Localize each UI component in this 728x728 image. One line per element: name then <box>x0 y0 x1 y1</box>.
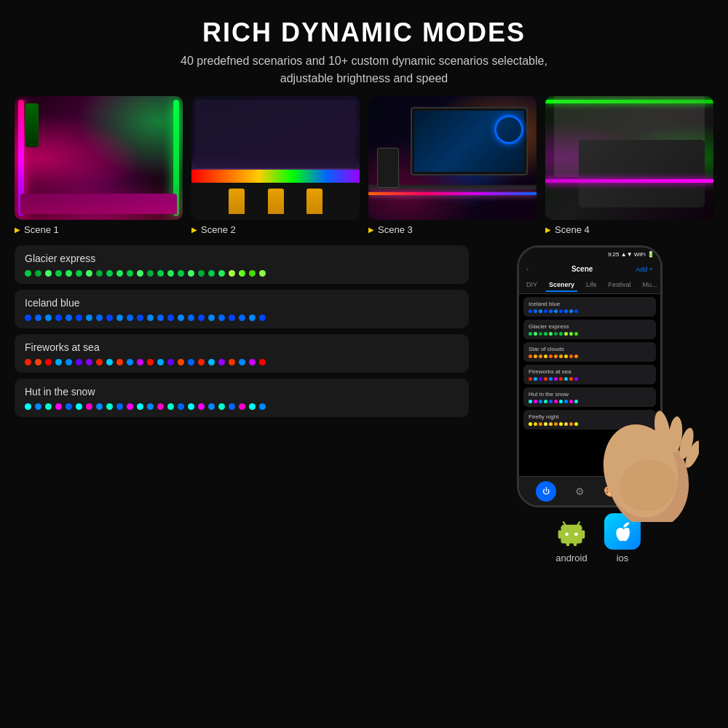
dot-2-20 <box>229 359 235 365</box>
dot-3-7 <box>96 403 103 410</box>
phone-dot-3-6 <box>559 377 563 381</box>
mode-card-1: Iceland blue <box>15 290 469 328</box>
phone-dot-1-6 <box>559 332 563 336</box>
scene-item-2: ▶ Scene 2 <box>191 96 360 235</box>
phone-tab-diy[interactable]: DIY <box>523 279 540 292</box>
phone-dot-5-3 <box>544 422 547 426</box>
phone-dot-2-5 <box>554 355 558 358</box>
dot-1-6 <box>86 314 92 321</box>
dot-1-18 <box>208 314 215 321</box>
dot-2-23 <box>259 359 266 365</box>
phone-dot-4-4 <box>549 400 553 403</box>
phone-tab-scenery[interactable]: Scenery <box>546 279 577 292</box>
phone-dot-0-4 <box>549 309 553 313</box>
mode-name-3: Hut in the snow <box>25 386 459 397</box>
dot-1-16 <box>188 314 194 321</box>
dot-3-23 <box>259 403 266 410</box>
phone-wrapper: 9:25 ▲▼ WiFi 🔋 ‹ Scene Add + DIYSceneryL… <box>517 245 677 507</box>
phone-dot-4-1 <box>534 400 537 403</box>
dot-3-17 <box>198 403 205 410</box>
scene-label-1: ▶ Scene 1 <box>15 224 59 235</box>
dot-0-3 <box>55 270 62 277</box>
phone-dot-5-7 <box>564 422 568 426</box>
scenes-row: ▶ Scene 1 ▶ Scene 2 <box>15 96 713 235</box>
phone-dot-4-8 <box>569 400 573 403</box>
mode-name-0: Glacier express <box>25 253 459 264</box>
phone-dot-5-4 <box>549 422 553 426</box>
hand-svg <box>582 376 699 522</box>
mode-name-2: Fireworks at sea <box>25 341 459 353</box>
phone-dot-0-2 <box>539 309 542 313</box>
phone-dot-3-3 <box>544 377 547 381</box>
phone-dot-4-5 <box>554 400 558 403</box>
dot-3-16 <box>188 403 194 410</box>
android-label: android <box>555 553 587 563</box>
dot-2-2 <box>45 359 52 365</box>
main-title: RICH DYNAMIC MODES <box>181 17 547 48</box>
dot-3-15 <box>178 403 184 410</box>
scene-label-2: ▶ Scene 2 <box>191 224 236 235</box>
dot-1-5 <box>76 314 82 321</box>
dot-1-20 <box>229 314 235 321</box>
dot-3-14 <box>167 403 174 410</box>
mode-card-2: Fireworks at sea <box>15 334 469 373</box>
phone-scene-1[interactable]: Glacier express <box>523 320 656 339</box>
phone-dot-0-6 <box>559 309 563 313</box>
dot-0-14 <box>167 270 174 277</box>
dot-2-12 <box>147 359 154 365</box>
svg-rect-11 <box>558 530 562 539</box>
scene-image-1 <box>15 96 183 220</box>
mode-name-1: Iceland blue <box>25 297 459 309</box>
phone-scene-name-1: Glacier express <box>529 323 651 330</box>
phone-dot-3-1 <box>534 377 537 381</box>
phone-tabs: DIYSceneryLifeFestivalMu... <box>519 277 660 294</box>
phone-dot-2-1 <box>534 355 537 358</box>
dot-2-13 <box>157 359 164 365</box>
phone-dots-row-0 <box>529 309 651 313</box>
phone-dot-5-6 <box>559 422 563 426</box>
phone-tab-life[interactable]: Life <box>583 279 600 292</box>
phone-dots-row-1 <box>529 332 651 336</box>
phone-header: ‹ Scene Add + <box>519 261 660 277</box>
scene-label-4: ▶ Scene 4 <box>545 224 590 235</box>
phone-dot-5-8 <box>569 422 573 426</box>
phone-dot-3-2 <box>539 377 542 381</box>
dot-0-1 <box>35 270 41 277</box>
phone-dot-0-1 <box>534 309 537 313</box>
scene-label-3: ▶ Scene 3 <box>368 224 413 235</box>
phone-dot-5-0 <box>529 422 532 426</box>
phone-dot-1-3 <box>544 332 547 336</box>
dot-0-22 <box>249 270 256 277</box>
phone-dot-2-3 <box>544 355 547 358</box>
phone-dot-2-8 <box>569 355 573 358</box>
phone-add-button[interactable]: Add + <box>636 266 653 273</box>
mode-card-3: Hut in the snow <box>15 379 469 417</box>
phone-tab-mu...[interactable]: Mu... <box>640 279 660 292</box>
phone-scene-name-2: Star of clouds <box>529 346 651 352</box>
dot-0-4 <box>66 270 72 277</box>
dot-3-22 <box>249 403 256 410</box>
phone-section: 9:25 ▲▼ WiFi 🔋 ‹ Scene Add + DIYSceneryL… <box>480 245 713 721</box>
phone-dot-1-8 <box>569 332 573 336</box>
phone-dot-2-6 <box>559 355 563 358</box>
dot-2-17 <box>198 359 205 365</box>
phone-scene-2[interactable]: Star of clouds <box>523 342 656 362</box>
dot-2-22 <box>249 359 256 365</box>
dot-2-16 <box>188 359 194 365</box>
dot-0-2 <box>45 270 52 277</box>
dot-2-7 <box>96 359 103 365</box>
dot-2-10 <box>127 359 133 365</box>
phone-tab-festival[interactable]: Festival <box>606 279 634 292</box>
dot-2-4 <box>66 359 72 365</box>
dots-row-1 <box>25 314 459 321</box>
play-icon-2: ▶ <box>191 226 197 234</box>
phone-scene-0[interactable]: Iceland blue <box>523 297 656 317</box>
scene-item-3: ▶ Scene 3 <box>368 96 537 235</box>
phone-back-button[interactable]: ‹ <box>526 266 529 273</box>
dot-2-14 <box>167 359 174 365</box>
dot-3-20 <box>229 403 235 410</box>
dots-row-3 <box>25 403 459 410</box>
phone-power-icon[interactable]: ⏻ <box>536 481 556 502</box>
play-icon-3: ▶ <box>368 226 374 234</box>
dot-1-17 <box>198 314 205 321</box>
